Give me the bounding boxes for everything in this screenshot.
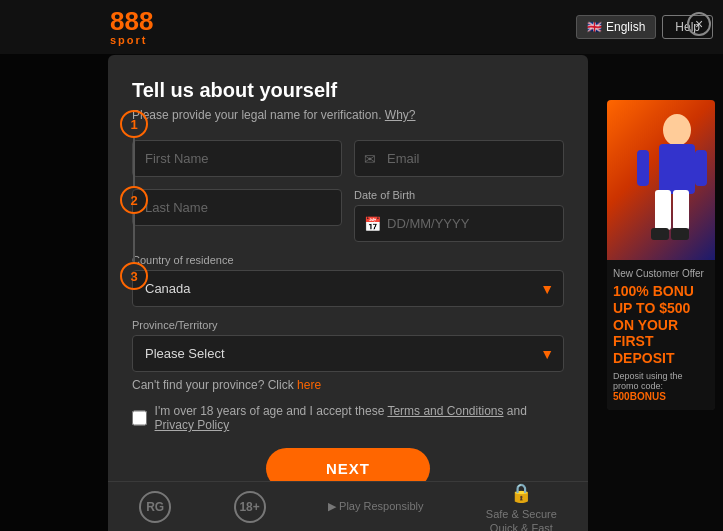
safe-label: Safe & Secure [486, 508, 557, 520]
footer-rg: RG [139, 491, 171, 523]
step-3-circle: 3 [120, 262, 148, 290]
logo-sub: sport [110, 34, 153, 46]
language-label: English [606, 20, 645, 34]
last-name-group [132, 189, 342, 242]
close-button[interactable]: × [687, 12, 711, 36]
svg-rect-1 [659, 144, 695, 194]
logo-text: 888 [110, 8, 153, 34]
dob-label: Date of Birth [354, 189, 564, 201]
and-text: and [507, 404, 527, 418]
email-group: ✉ [354, 140, 564, 177]
country-select-wrapper: Canada ▼ [132, 270, 564, 307]
progress-steps: 1 2 3 [120, 110, 148, 290]
cant-find-label: Can't find your province? Click [132, 378, 294, 392]
subtitle-text: Please provide your legal name for verif… [132, 108, 381, 122]
step-1-circle: 1 [120, 110, 148, 138]
footer-age: 18+ [234, 491, 266, 523]
country-select[interactable]: Canada [132, 270, 564, 307]
form-row-2: Date of Birth 📅 [132, 189, 564, 242]
terms-label: I'm over 18 years of age and I accept th… [155, 404, 564, 432]
promo-headline: 100% BONUUP TO $500ON YOUR FIRSTDEPOSIT [613, 283, 709, 367]
footer-play: ▶ Play Responsibly [328, 500, 423, 513]
terms-link[interactable]: Terms and Conditions [387, 404, 503, 418]
quick-label: Quick & Fast [490, 522, 553, 532]
form-row-1: ✉ [132, 140, 564, 177]
logo: 888 sport [110, 8, 153, 46]
player-svg [607, 100, 715, 260]
promo-code: 500BONUS [613, 391, 709, 402]
terms-checkbox[interactable] [132, 410, 147, 426]
here-link[interactable]: here [297, 378, 321, 392]
lock-icon: 🔒 [508, 480, 534, 506]
rg-icon: RG [139, 491, 171, 523]
promo-panel: New Customer Offer 100% BONUUP TO $500ON… [607, 100, 715, 410]
registration-modal: Tell us about yourself Please provide yo… [108, 55, 588, 490]
province-group: Province/Territory Please Select ▼ [132, 319, 564, 372]
play-label: ▶ Play Responsibly [328, 500, 423, 513]
first-name-input[interactable] [132, 140, 342, 177]
svg-rect-3 [673, 190, 689, 230]
privacy-link[interactable]: Privacy Policy [155, 418, 230, 432]
dob-input-wrapper: 📅 [354, 205, 564, 242]
footer-bar: RG 18+ ▶ Play Responsibly 🔒 Safe & Secur… [108, 481, 588, 531]
svg-rect-5 [671, 228, 689, 240]
step-line-2 [133, 214, 135, 262]
svg-rect-6 [637, 150, 649, 186]
modal-subtitle: Please provide your legal name for verif… [132, 108, 564, 122]
cant-find-text: Can't find your province? Click here [132, 378, 564, 392]
province-select-wrapper: Please Select ▼ [132, 335, 564, 372]
promo-new-customer: New Customer Offer [613, 268, 709, 279]
footer-safe: 🔒 Safe & Secure Quick & Fast [486, 480, 557, 532]
step-line-1 [133, 138, 135, 186]
step-2-circle: 2 [120, 186, 148, 214]
age-icon: 18+ [234, 491, 266, 523]
email-icon: ✉ [364, 151, 376, 167]
country-label: Country of residence [132, 254, 564, 266]
svg-rect-2 [655, 190, 671, 230]
flag-icon: 🇬🇧 [587, 20, 602, 34]
promo-image [607, 100, 715, 260]
terms-checkbox-row: I'm over 18 years of age and I accept th… [132, 404, 564, 432]
province-select[interactable]: Please Select [132, 335, 564, 372]
language-button[interactable]: 🇬🇧 English [576, 15, 656, 39]
topbar: 🇬🇧 English Help [0, 0, 723, 54]
calendar-icon: 📅 [364, 216, 381, 232]
promo-content: New Customer Offer 100% BONUUP TO $500ON… [607, 260, 715, 410]
svg-rect-7 [695, 150, 707, 186]
why-link[interactable]: Why? [385, 108, 416, 122]
email-input-wrapper: ✉ [354, 140, 564, 177]
checkbox-prefix: I'm over 18 years of age and I accept th… [155, 404, 385, 418]
country-group: Country of residence Canada ▼ [132, 254, 564, 307]
modal-title: Tell us about yourself [132, 79, 564, 102]
svg-point-0 [663, 114, 691, 146]
svg-rect-4 [651, 228, 669, 240]
dob-input[interactable] [354, 205, 564, 242]
email-input[interactable] [354, 140, 564, 177]
province-label: Province/Territory [132, 319, 564, 331]
dob-group: Date of Birth 📅 [354, 189, 564, 242]
first-name-group [132, 140, 342, 177]
last-name-input[interactable] [132, 189, 342, 226]
promo-subtext: Deposit using thepromo code: [613, 371, 709, 391]
